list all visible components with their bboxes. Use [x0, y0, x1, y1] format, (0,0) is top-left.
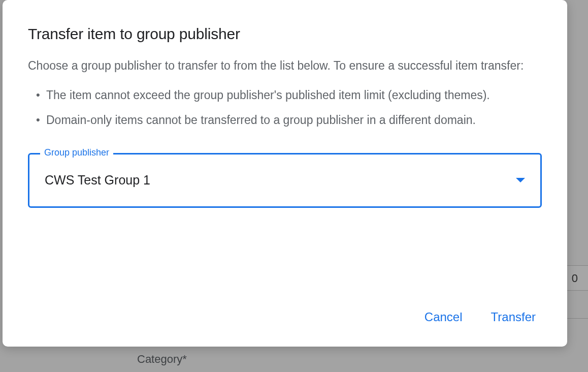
chevron-down-icon: [516, 178, 525, 182]
transfer-dialog: Transfer item to group publisher Choose …: [3, 0, 567, 347]
group-publisher-label: Group publisher: [40, 147, 113, 158]
dialog-title: Transfer item to group publisher: [28, 25, 542, 43]
group-publisher-field: Group publisher CWS Test Group 1: [28, 153, 542, 208]
list-item: Domain-only items cannot be transferred …: [33, 111, 542, 130]
group-publisher-value: CWS Test Group 1: [45, 173, 150, 188]
group-publisher-select[interactable]: CWS Test Group 1: [28, 153, 542, 208]
cancel-button[interactable]: Cancel: [422, 306, 465, 328]
dialog-actions: Cancel Transfer: [28, 306, 542, 328]
dialog-requirements-list: The item cannot exceed the group publish…: [28, 79, 542, 130]
transfer-button[interactable]: Transfer: [489, 306, 538, 328]
dialog-description: Choose a group publisher to transfer to …: [28, 57, 542, 75]
list-item: The item cannot exceed the group publish…: [33, 86, 542, 105]
